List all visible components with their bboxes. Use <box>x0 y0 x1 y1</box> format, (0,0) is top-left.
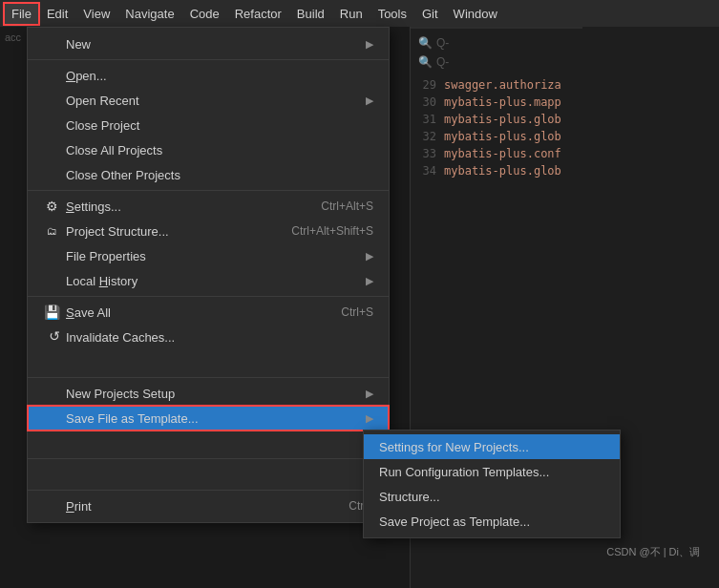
code-line-31: 31 mybatis-plus.glob <box>411 111 719 128</box>
menu-item-new-projects-setup[interactable]: Save File as Template... ▶ <box>28 406 389 430</box>
separator-1 <box>28 59 389 60</box>
menu-item-save-all[interactable]: 💾 Save All Ctrl+S <box>28 300 389 325</box>
code-lines: 29 swagger.authoriza 30 mybatis-plus.map… <box>411 76 719 179</box>
menu-window[interactable]: Window <box>446 3 505 25</box>
menu-item-new[interactable]: New ▶ <box>28 32 389 56</box>
submenu-item-settings-new-label: Settings for New Projects... <box>379 440 529 454</box>
save-template-icon <box>43 434 60 452</box>
menu-item-project-structure[interactable]: 🗂 Project Structure... Ctrl+Alt+Shift+S <box>28 219 389 243</box>
menu-item-export[interactable]: ▶ <box>28 462 389 487</box>
project-structure-shortcut: Ctrl+Alt+Shift+S <box>291 224 373 238</box>
file-properties-icon <box>43 247 60 264</box>
new-icon <box>43 35 60 52</box>
search-icon-2: 🔍 <box>418 55 433 69</box>
menu-item-reload-label: Invalidate Caches... <box>66 330 373 345</box>
menu-item-print-label: Print <box>66 499 349 514</box>
save-all-shortcut: Ctrl+S <box>341 305 373 319</box>
search-text-1: Q- <box>436 36 449 50</box>
editor-search-1[interactable]: 🔍 Q- <box>411 33 719 52</box>
menu-item-file-properties-label: File Properties <box>66 249 358 263</box>
line-content-34: mybatis-plus.glob <box>444 164 561 178</box>
submenu-item-run-config[interactable]: Run Configuration Templates... <box>364 459 620 484</box>
menu-tools-label: Tools <box>378 7 407 21</box>
menu-item-save-all-label: Save All <box>66 305 341 320</box>
menu-item-reload[interactable]: ↻ Invalidate Caches... <box>28 325 389 349</box>
open-recent-arrow: ▶ <box>366 94 373 107</box>
reload-icon: ↻ <box>43 328 60 346</box>
line-content-33: mybatis-plus.conf <box>444 147 561 160</box>
project-structure-icon: 🗂 <box>43 222 60 240</box>
menu-item-open[interactable]: Open... <box>28 63 389 88</box>
menu-build-label: Build <box>297 7 325 21</box>
search-text-2: Q- <box>436 55 449 69</box>
menu-build[interactable]: Build <box>289 3 332 25</box>
menu-bar: File Edit View Navigate Code Refactor Bu… <box>0 0 719 27</box>
export-icon <box>43 466 60 483</box>
menu-item-close-others-label: Close Other Projects <box>66 168 373 182</box>
menu-item-file-properties[interactable]: File Properties ▶ <box>28 243 389 268</box>
close-project-icon <box>43 116 60 134</box>
menu-item-new-label: New <box>66 37 358 52</box>
line-num-33: 33 <box>411 147 444 160</box>
menu-item-local-history[interactable]: Local History ▶ <box>28 268 389 293</box>
menu-item-settings-label: Settings... <box>66 200 321 214</box>
menu-item-manage-ide-label: New Projects Setup <box>66 387 358 401</box>
menu-tools[interactable]: Tools <box>370 3 414 25</box>
menu-window-label: Window <box>454 7 497 21</box>
settings-shortcut: Ctrl+Alt+S <box>321 200 373 213</box>
separator-4 <box>28 377 389 378</box>
search-icon-1: 🔍 <box>418 36 433 50</box>
menu-item-settings[interactable]: ⚙ Settings... Ctrl+Alt+S <box>28 194 389 219</box>
editor-search-2[interactable]: 🔍 Q- <box>411 52 719 72</box>
menu-code-label: Code <box>190 7 220 21</box>
new-arrow: ▶ <box>366 38 373 51</box>
menu-code[interactable]: Code <box>182 3 227 25</box>
open-icon <box>43 67 60 84</box>
menu-file[interactable]: File <box>4 3 39 25</box>
menu-item-close-all-label: Close All Projects <box>66 143 373 158</box>
menu-view[interactable]: View <box>75 3 117 25</box>
separator-5 <box>28 458 389 459</box>
print-icon <box>43 497 60 514</box>
separator-6 <box>28 490 389 491</box>
file-dropdown-menu: New ▶ Open... Open Recent ▶ Close Projec… <box>27 27 390 523</box>
menu-git[interactable]: Git <box>414 3 446 25</box>
menu-item-close-all[interactable]: Close All Projects <box>28 137 389 162</box>
menu-refactor[interactable]: Refactor <box>227 3 289 25</box>
code-line-29: 29 swagger.authoriza <box>411 76 719 94</box>
menu-item-invalidate[interactable] <box>28 349 389 374</box>
new-projects-icon <box>43 410 60 427</box>
new-projects-submenu: Settings for New Projects... Run Configu… <box>363 430 621 538</box>
watermark: CSDN @不 | Di、调 <box>606 545 700 559</box>
line-content-32: mybatis-plus.glob <box>444 130 561 143</box>
menu-edit-label: Edit <box>47 7 68 21</box>
close-all-icon <box>43 141 60 158</box>
line-content-29: swagger.authoriza <box>444 78 561 92</box>
submenu-item-structure[interactable]: Structure... <box>364 484 620 509</box>
line-num-32: 32 <box>411 130 444 143</box>
menu-item-close-project[interactable]: Close Project <box>28 113 389 137</box>
invalidate-icon <box>43 353 60 370</box>
menu-item-open-recent[interactable]: Open Recent ▶ <box>28 88 389 113</box>
menu-item-new-projects-label: Save File as Template... <box>66 411 358 426</box>
line-num-30: 30 <box>411 95 444 109</box>
menu-item-close-project-label: Close Project <box>66 118 373 133</box>
menu-navigate[interactable]: Navigate <box>117 3 181 25</box>
local-history-arrow: ▶ <box>366 275 373 287</box>
menu-run[interactable]: Run <box>332 3 370 25</box>
menu-item-save-template[interactable] <box>28 430 389 455</box>
menu-item-close-others[interactable]: Close Other Projects <box>28 162 389 187</box>
menu-run-label: Run <box>340 7 363 21</box>
menu-item-manage-ide[interactable]: New Projects Setup ▶ <box>28 381 389 406</box>
submenu-item-settings-new[interactable]: Settings for New Projects... <box>364 434 620 459</box>
code-line-34: 34 mybatis-plus.glob <box>411 162 719 179</box>
manage-ide-arrow: ▶ <box>366 388 373 400</box>
close-others-icon <box>43 166 60 183</box>
save-all-icon: 💾 <box>43 304 60 321</box>
menu-item-print[interactable]: Print Ctrl+ <box>28 494 389 518</box>
menu-edit[interactable]: Edit <box>39 3 75 25</box>
menu-item-project-structure-label: Project Structure... <box>66 224 291 239</box>
local-history-icon <box>43 272 60 289</box>
code-line-30: 30 mybatis-plus.mapp <box>411 94 719 111</box>
submenu-item-save-template[interactable]: Save Project as Template... <box>364 509 620 534</box>
